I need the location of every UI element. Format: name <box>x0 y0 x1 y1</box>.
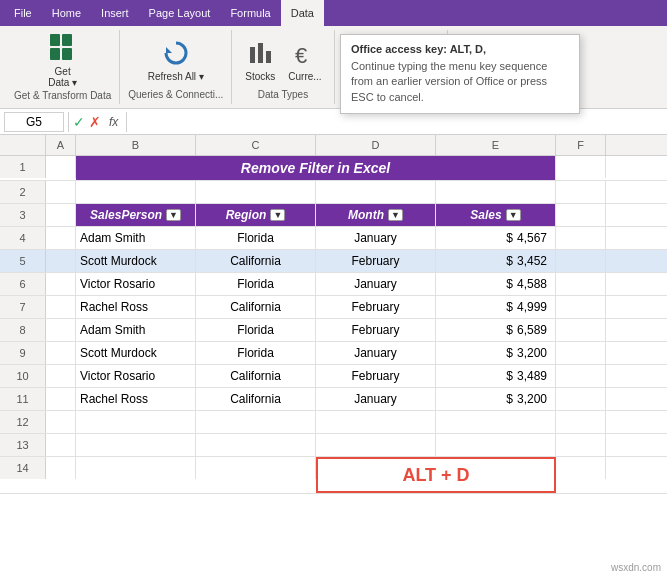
cell-c13[interactable] <box>196 434 316 456</box>
refresh-all-button[interactable]: Refresh All ▾ <box>144 37 208 84</box>
cell-d9[interactable]: January <box>316 342 436 364</box>
table-row[interactable]: 7 Rachel Ross California February $4,999 <box>0 296 667 319</box>
cell-d8[interactable]: February <box>316 319 436 341</box>
cell-d5[interactable]: February <box>316 250 436 272</box>
cell-f3[interactable] <box>556 204 606 226</box>
cell-c4[interactable]: Florida <box>196 227 316 249</box>
sales-filter-btn[interactable]: ▼ <box>506 209 521 221</box>
cell-a12[interactable] <box>46 411 76 433</box>
month-filter-btn[interactable]: ▼ <box>388 209 403 221</box>
cell-d6[interactable]: January <box>316 273 436 295</box>
cell-c9[interactable]: Florida <box>196 342 316 364</box>
cell-a9[interactable] <box>46 342 76 364</box>
cell-reference[interactable] <box>4 112 64 132</box>
cell-a10[interactable] <box>46 365 76 387</box>
cell-a3[interactable] <box>46 204 76 226</box>
cell-a14[interactable] <box>46 457 76 479</box>
cell-b9[interactable]: Scott Murdock <box>76 342 196 364</box>
cell-e2[interactable] <box>436 181 556 203</box>
stocks-button[interactable]: Stocks <box>240 37 280 84</box>
cell-e9[interactable]: $3,200 <box>436 342 556 364</box>
tab-pagelayout[interactable]: Page Layout <box>139 0 221 26</box>
cell-b14[interactable] <box>76 457 196 479</box>
table-row[interactable]: 6 Victor Rosario Florida January $4,588 <box>0 273 667 296</box>
cell-f7[interactable] <box>556 296 606 318</box>
cell-header-sales[interactable]: Sales ▼ <box>436 204 556 226</box>
cell-f13[interactable] <box>556 434 606 456</box>
cell-d13[interactable] <box>316 434 436 456</box>
table-row[interactable]: 10 Victor Rosario California February $3… <box>0 365 667 388</box>
region-filter-btn[interactable]: ▼ <box>270 209 285 221</box>
cell-a8[interactable] <box>46 319 76 341</box>
cell-b7[interactable]: Rachel Ross <box>76 296 196 318</box>
tab-insert[interactable]: Insert <box>91 0 139 26</box>
table-row[interactable]: 8 Adam Smith Florida February $6,589 <box>0 319 667 342</box>
cell-f1[interactable] <box>556 156 606 178</box>
cell-b11[interactable]: Rachel Ross <box>76 388 196 410</box>
cell-d2[interactable] <box>316 181 436 203</box>
cell-a5[interactable] <box>46 250 76 272</box>
tab-formula[interactable]: Formula <box>220 0 280 26</box>
cell-a13[interactable] <box>46 434 76 456</box>
cell-b8[interactable]: Adam Smith <box>76 319 196 341</box>
cell-header-region[interactable]: Region ▼ <box>196 204 316 226</box>
cell-c6[interactable]: Florida <box>196 273 316 295</box>
cell-c8[interactable]: Florida <box>196 319 316 341</box>
checkmark-icon[interactable]: ✓ <box>73 114 85 130</box>
cell-d7[interactable]: February <box>316 296 436 318</box>
cell-c12[interactable] <box>196 411 316 433</box>
cell-e8[interactable]: $6,589 <box>436 319 556 341</box>
cell-d12[interactable] <box>316 411 436 433</box>
cell-f10[interactable] <box>556 365 606 387</box>
get-data-button[interactable]: GetData ▾ <box>43 32 83 90</box>
cell-c2[interactable] <box>196 181 316 203</box>
cell-f14[interactable] <box>556 457 606 479</box>
cell-f4[interactable] <box>556 227 606 249</box>
cell-b2[interactable] <box>76 181 196 203</box>
cell-c11[interactable]: California <box>196 388 316 410</box>
cell-c10[interactable]: California <box>196 365 316 387</box>
table-row[interactable]: 9 Scott Murdock Florida January $3,200 <box>0 342 667 365</box>
tab-home[interactable]: Home <box>42 0 91 26</box>
table-row[interactable]: 4 Adam Smith Florida January $$ 4,5674,5… <box>0 227 667 250</box>
cell-a11[interactable] <box>46 388 76 410</box>
cell-a1[interactable] <box>46 156 76 178</box>
formula-input[interactable] <box>131 113 663 131</box>
tab-file[interactable]: File <box>4 0 42 26</box>
table-row[interactable]: 5 Scott Murdock California February $3,4… <box>0 250 667 273</box>
cell-b13[interactable] <box>76 434 196 456</box>
currency-button[interactable]: € Curre... <box>284 37 325 84</box>
table-row[interactable]: 11 Rachel Ross California January $3,200 <box>0 388 667 411</box>
cell-e7[interactable]: $4,999 <box>436 296 556 318</box>
cell-d10[interactable]: February <box>316 365 436 387</box>
cell-b12[interactable] <box>76 411 196 433</box>
cell-f6[interactable] <box>556 273 606 295</box>
tab-data[interactable]: Data <box>281 0 324 26</box>
cell-a7[interactable] <box>46 296 76 318</box>
cell-e11[interactable]: $3,200 <box>436 388 556 410</box>
cell-b5[interactable]: Scott Murdock <box>76 250 196 272</box>
cell-e10[interactable]: $3,489 <box>436 365 556 387</box>
salesperson-filter-btn[interactable]: ▼ <box>166 209 181 221</box>
cell-f12[interactable] <box>556 411 606 433</box>
cell-c5[interactable]: California <box>196 250 316 272</box>
cell-e5[interactable]: $3,452 <box>436 250 556 272</box>
cancel-icon[interactable]: ✗ <box>89 114 101 130</box>
cell-a6[interactable] <box>46 273 76 295</box>
cell-e6[interactable]: $4,588 <box>436 273 556 295</box>
cell-b6[interactable]: Victor Rosario <box>76 273 196 295</box>
cell-d11[interactable]: January <box>316 388 436 410</box>
cell-f8[interactable] <box>556 319 606 341</box>
cell-e4[interactable]: $$ 4,5674,567 <box>436 227 556 249</box>
cell-a4[interactable] <box>46 227 76 249</box>
cell-header-salesperson[interactable]: SalesPerson ▼ <box>76 204 196 226</box>
cell-header-month[interactable]: Month ▼ <box>316 204 436 226</box>
cell-d4[interactable]: January <box>316 227 436 249</box>
cell-e13[interactable] <box>436 434 556 456</box>
cell-f9[interactable] <box>556 342 606 364</box>
cell-e12[interactable] <box>436 411 556 433</box>
cell-a2[interactable] <box>46 181 76 203</box>
cell-b10[interactable]: Victor Rosario <box>76 365 196 387</box>
cell-c14[interactable] <box>196 457 316 479</box>
cell-f11[interactable] <box>556 388 606 410</box>
